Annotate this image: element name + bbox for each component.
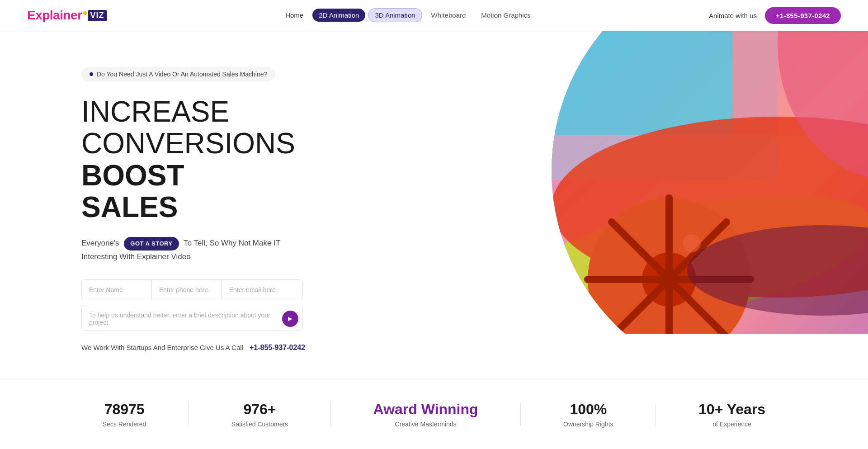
hero-subtitle: Everyone's GOT A STORY To Tell, So Why N…: [81, 237, 316, 263]
stat-award-winning: Award Winning Creative Masterminds: [373, 401, 478, 428]
stat-label-ownership: Ownership Rights: [563, 421, 613, 428]
stat-label-customers: Satisfied Customers: [231, 421, 288, 428]
nav-item-home[interactable]: Home: [279, 11, 310, 19]
hero-content: Do You Need Just A Video Or An Automated…: [0, 31, 389, 379]
nav-item-motion[interactable]: Motion Graphics: [475, 11, 537, 19]
project-description-textarea[interactable]: [81, 305, 303, 331]
form-row-bottom: ►: [81, 305, 303, 333]
story-badge: GOT A STORY: [124, 237, 179, 251]
stat-number-secs: 78975: [103, 401, 146, 418]
hero-visual-svg: [552, 31, 868, 334]
hero-form: ►: [81, 279, 303, 333]
phone-input[interactable]: [151, 279, 222, 300]
stat-secs-rendered: 78975 Secs Rendered: [103, 401, 146, 428]
hero-title-line3: SALES: [81, 191, 178, 223]
nav-link-home[interactable]: Home: [279, 9, 310, 22]
form-row-top: [81, 279, 303, 300]
stat-number-experience: 10+ Years: [698, 401, 765, 418]
stat-number-award: Award Winning: [373, 401, 478, 418]
logo-viz: VIZ: [88, 10, 107, 21]
badge-dot-icon: [90, 72, 93, 76]
name-input[interactable]: [81, 279, 151, 300]
stat-number-customers: 976+: [231, 401, 288, 418]
animate-with-us-text: Animate with us: [709, 12, 757, 19]
hero-badge: Do You Need Just A Video Or An Automated…: [81, 67, 275, 81]
nav-link-whiteboard[interactable]: Whiteboard: [425, 9, 472, 22]
stat-ownership: 100% Ownership Rights: [563, 401, 613, 428]
nav-right: Animate with us +1-855-937-0242: [709, 7, 841, 24]
stat-label-secs: Secs Rendered: [103, 421, 146, 428]
logo[interactable]: Explainer VIZ: [27, 8, 107, 23]
hero-cta: We Work With Startups And Enterprise Giv…: [81, 344, 389, 352]
cta-phone-button[interactable]: +1-855-937-0242: [765, 7, 841, 24]
hero-title-line2-normal: CONVERSIONS: [81, 127, 295, 160]
cta-phone-link[interactable]: +1-855-937-0242: [250, 344, 305, 352]
hero-title-line1: INCREASE: [81, 95, 229, 128]
badge-text: Do You Need Just A Video Or An Automated…: [97, 71, 267, 78]
send-icon: ►: [287, 315, 294, 323]
stat-divider-2: [330, 403, 331, 425]
hero-circle: [552, 31, 868, 334]
hero-image-area: [398, 31, 868, 334]
nav-links: Home 2D Animation 3D Animation Whiteboar…: [279, 11, 537, 19]
nav-item-3d[interactable]: 3D Animation: [368, 11, 422, 19]
stat-label-experience: of Experience: [698, 421, 765, 428]
form-submit-button[interactable]: ►: [282, 311, 298, 327]
email-input[interactable]: [222, 279, 303, 300]
nav-link-2d[interactable]: 2D Animation: [312, 9, 365, 22]
hero-title-line2-bold: BOOST: [81, 159, 184, 192]
stat-divider-4: [656, 403, 656, 425]
stat-divider-1: [189, 403, 189, 425]
navbar: Explainer VIZ Home 2D Animation 3D Anima…: [0, 0, 868, 31]
stat-experience: 10+ Years of Experience: [698, 401, 765, 428]
nav-item-2d[interactable]: 2D Animation: [312, 11, 365, 19]
nav-link-motion[interactable]: Motion Graphics: [475, 9, 537, 22]
stat-satisfied-customers: 976+ Satisfied Customers: [231, 401, 288, 428]
stats-section: 78975 Secs Rendered 976+ Satisfied Custo…: [0, 379, 868, 449]
hero-title: INCREASE CONVERSIONS BOOST SALES: [81, 96, 389, 223]
svg-point-11: [683, 234, 701, 252]
logo-text: Explainer: [27, 8, 82, 23]
cta-label: We Work With Startups And Enterprise Giv…: [81, 344, 243, 351]
logo-dot: [83, 11, 87, 15]
subtitle-before: Everyone's: [81, 239, 119, 247]
stat-label-award: Creative Masterminds: [373, 421, 478, 428]
stat-number-ownership: 100%: [563, 401, 613, 418]
nav-item-whiteboard[interactable]: Whiteboard: [425, 11, 472, 19]
stat-divider-3: [520, 403, 521, 425]
hero-section: Do You Need Just A Video Or An Automated…: [0, 31, 868, 379]
nav-link-3d[interactable]: 3D Animation: [368, 8, 422, 22]
